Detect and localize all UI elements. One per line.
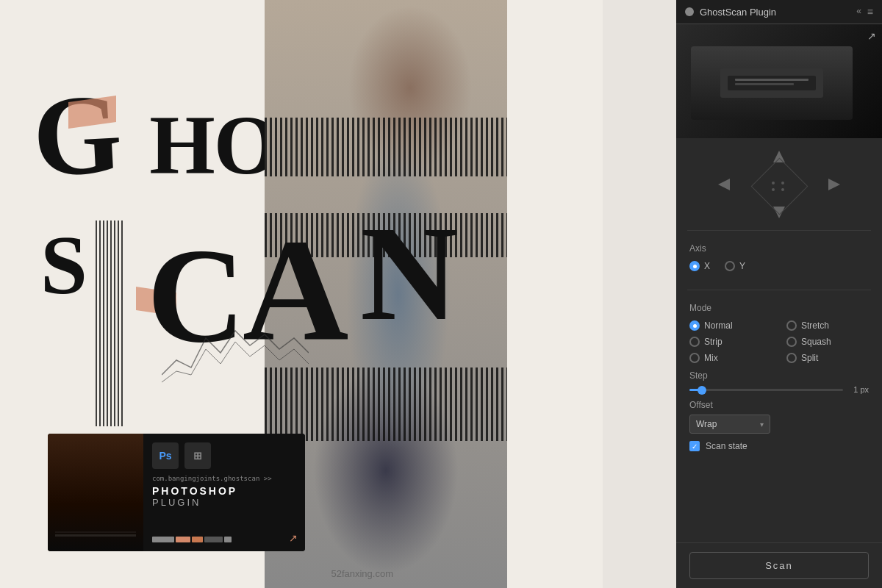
mode-split-option[interactable]: Split — [786, 353, 869, 363]
axis-section: Axis X Y — [676, 234, 882, 286]
step-slider-row: 1 px — [689, 385, 869, 394]
preview-area: ↗ — [676, 24, 882, 138]
scan-button-area: Scan — [676, 542, 882, 588]
squiggle-lines — [162, 316, 309, 390]
site-watermark: 52fanxing.com — [331, 568, 393, 579]
nav-up-arrow[interactable] — [772, 149, 786, 164]
card-url: com.bangingjoints.ghostscan >> — [152, 475, 296, 482]
scanner-svg — [713, 61, 831, 105]
mode-section: Mode Normal Stretch Strip Squash Mix — [676, 294, 882, 471]
mode-stretch-radio[interactable] — [786, 320, 797, 331]
mode-mix-label: Mix — [704, 353, 718, 363]
mode-squash-label: Squash — [801, 337, 831, 347]
preview-image: ↗ — [676, 24, 882, 138]
svg-marker-7 — [773, 207, 785, 218]
glitch-strip-1 — [265, 118, 507, 176]
info-card-image — [48, 434, 143, 551]
axis-label: Axis — [689, 243, 869, 254]
info-card-content: Ps ⊞ com.bangingjoints.ghostscan >> PHOT… — [143, 434, 305, 551]
preview-scanner — [691, 46, 853, 120]
panel-title: GhostScan Plugin — [700, 7, 776, 18]
spacer — [676, 471, 882, 542]
mode-split-radio[interactable] — [786, 353, 797, 363]
sidebar-titlebar: GhostScan Plugin « ≡ — [676, 0, 882, 24]
offset-dropdown[interactable]: Wrap ▾ — [689, 415, 770, 434]
scan-state-checkbox[interactable]: ✓ — [689, 441, 700, 451]
mode-squash-radio[interactable] — [786, 337, 797, 347]
card-title: PHOTOSHOP — [152, 485, 296, 497]
image-icon: ⊞ — [184, 442, 211, 469]
axis-x-option[interactable]: X — [689, 261, 710, 271]
mode-strip-radio[interactable] — [689, 337, 700, 347]
canvas-area: G HOST S C A N — [0, 0, 603, 588]
axis-y-label: Y — [739, 261, 745, 271]
letter-s: S — [40, 217, 87, 314]
menu-icon[interactable]: ≡ — [867, 6, 873, 18]
nav-right-arrow[interactable] — [827, 177, 842, 192]
svg-marker-4 — [773, 151, 785, 162]
step-slider-thumb[interactable] — [698, 386, 706, 395]
axis-radio-group: X Y — [689, 261, 869, 271]
mode-split-label: Split — [801, 353, 818, 363]
mode-normal-option[interactable]: Normal — [689, 320, 772, 331]
ps-icon: Ps — [152, 442, 179, 469]
collapse-button[interactable]: « — [856, 6, 861, 18]
divider-2 — [687, 290, 871, 290]
axis-x-label: X — [704, 261, 710, 271]
offset-label: Offset — [689, 400, 869, 410]
mode-normal-radio[interactable] — [689, 320, 700, 331]
scan-lines-left — [96, 220, 125, 426]
letter-n: N — [360, 195, 459, 351]
axis-x-radio[interactable] — [689, 261, 700, 271]
svg-rect-3 — [735, 83, 794, 85]
card-arrow-icon: ↗ — [289, 532, 298, 544]
titlebar-left: GhostScan Plugin — [685, 7, 776, 18]
mode-strip-label: Strip — [704, 337, 723, 347]
titlebar-right: « ≡ — [856, 6, 873, 18]
sidebar-panel: GhostScan Plugin « ≡ ↗ — [676, 0, 882, 588]
step-slider-track[interactable] — [689, 389, 843, 391]
mode-stretch-option[interactable]: Stretch — [786, 320, 869, 331]
nav-diamond-area — [676, 138, 882, 226]
card-icons: Ps ⊞ — [152, 442, 296, 469]
card-subtitle: PLUGIN — [152, 497, 296, 508]
axis-y-radio[interactable] — [725, 261, 735, 271]
scan-state-label: Scan state — [706, 441, 747, 451]
mode-mix-radio[interactable] — [689, 353, 700, 363]
mode-normal-label: Normal — [704, 320, 733, 331]
step-slider-value: 1 px — [850, 385, 869, 394]
nav-down-arrow[interactable] — [772, 205, 786, 220]
close-button[interactable] — [685, 7, 694, 16]
svg-marker-6 — [828, 179, 840, 190]
scan-state-row: ✓ Scan state — [689, 441, 869, 451]
mode-strip-option[interactable]: Strip — [689, 337, 772, 347]
offset-dropdown-value: Wrap — [696, 419, 717, 429]
dropdown-arrow-icon: ▾ — [760, 420, 764, 429]
mode-mix-option[interactable]: Mix — [689, 353, 772, 363]
axis-y-option[interactable]: Y — [725, 261, 745, 271]
nav-diamond-container — [728, 153, 831, 219]
mode-grid: Normal Stretch Strip Squash Mix Split — [689, 320, 869, 363]
scan-button[interactable]: Scan — [689, 552, 869, 579]
mode-stretch-label: Stretch — [801, 320, 829, 331]
offset-dropdown-row: Wrap ▾ — [689, 415, 869, 434]
mode-squash-option[interactable]: Squash — [786, 337, 869, 347]
mode-label: Mode — [689, 303, 869, 313]
divider-1 — [687, 230, 871, 231]
expand-icon[interactable]: ↗ — [867, 30, 876, 42]
svg-rect-2 — [735, 79, 808, 81]
nav-center-dots[interactable] — [772, 182, 787, 191]
step-label: Step — [689, 370, 869, 381]
nav-left-arrow[interactable] — [717, 177, 731, 192]
info-card: Ps ⊞ com.bangingjoints.ghostscan >> PHOT… — [48, 434, 305, 551]
svg-marker-5 — [718, 179, 730, 190]
card-stripes — [152, 537, 296, 542]
